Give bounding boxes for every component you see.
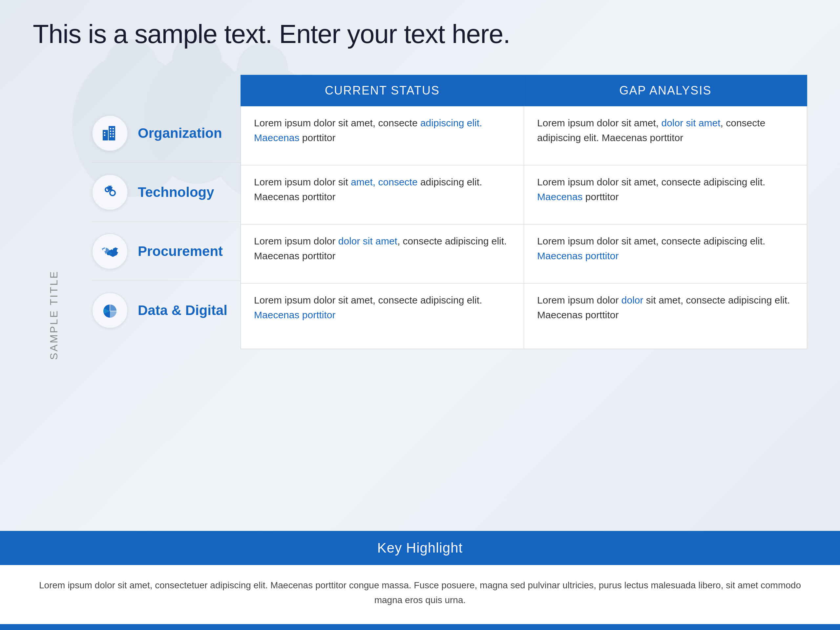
proc-col1-text: Lorem ipsum dolor dolor sit amet, consec… bbox=[254, 235, 507, 261]
technology-icon bbox=[100, 182, 120, 202]
svg-rect-9 bbox=[104, 134, 105, 136]
table-row: Lorem ipsum dolor dolor sit amet, consec… bbox=[241, 224, 807, 284]
org-col1-blue: adipiscing elit. Maecenas bbox=[254, 117, 482, 143]
data-digital-icon bbox=[100, 300, 120, 320]
tech-col2: Lorem ipsum dolor sit amet, consecte adi… bbox=[524, 165, 807, 224]
footer: Key Highlight Lorem ipsum dolor sit amet… bbox=[0, 531, 840, 630]
icon-circle-technology bbox=[92, 174, 128, 210]
proc-col2: Lorem ipsum dolor sit amet, consecte adi… bbox=[524, 224, 807, 284]
organization-icon bbox=[100, 123, 120, 143]
org-col2-text: Lorem ipsum dolor sit amet, dolor sit am… bbox=[537, 117, 765, 143]
table-row: Lorem ipsum dolor sit amet, consecte adi… bbox=[241, 106, 807, 165]
org-col1-text: Lorem ipsum dolor sit amet, consecte adi… bbox=[254, 117, 482, 143]
icon-circle-organization bbox=[92, 115, 128, 151]
svg-rect-7 bbox=[109, 126, 115, 141]
col2-header: GAP ANALYSIS bbox=[524, 75, 807, 106]
key-highlight-text: Lorem ipsum dolor sit amet, consectetuer… bbox=[0, 565, 840, 624]
data-col1-text: Lorem ipsum dolor sit amet, consecte adi… bbox=[254, 295, 482, 320]
row-label-technology: Technology bbox=[92, 163, 240, 222]
col1-header: CURRENT STATUS bbox=[241, 75, 524, 106]
org-col1: Lorem ipsum dolor sit amet, consecte adi… bbox=[241, 106, 524, 165]
proc-col2-blue: Maecenas porttitor bbox=[537, 250, 619, 261]
label-data-digital: Data & Digital bbox=[138, 303, 227, 318]
svg-rect-16 bbox=[110, 136, 111, 137]
svg-rect-10 bbox=[110, 128, 111, 129]
tech-col1-text: Lorem ipsum dolor sit amet, consecte adi… bbox=[254, 177, 482, 202]
tech-col1: Lorem ipsum dolor sit amet, consecte adi… bbox=[241, 165, 524, 224]
proc-col2-text: Lorem ipsum dolor sit amet, consecte adi… bbox=[537, 235, 765, 261]
svg-rect-8 bbox=[104, 132, 105, 133]
tech-col2-text: Lorem ipsum dolor sit amet, consecte adi… bbox=[537, 177, 765, 202]
proc-col1-blue: dolor sit amet bbox=[338, 235, 397, 246]
table-row: Lorem ipsum dolor sit amet, consecte adi… bbox=[241, 284, 807, 349]
proc-col1: Lorem ipsum dolor dolor sit amet, consec… bbox=[241, 224, 524, 284]
label-organization: Organization bbox=[138, 125, 222, 141]
data-col2: Lorem ipsum dolor dolor sit amet, consec… bbox=[524, 284, 807, 349]
bottom-bar bbox=[0, 624, 840, 630]
table-row: Lorem ipsum dolor sit amet, consecte adi… bbox=[241, 165, 807, 224]
main-table: CURRENT STATUS GAP ANALYSIS Lorem ipsum … bbox=[240, 75, 807, 349]
row-label-organization: Organization bbox=[92, 104, 240, 163]
svg-rect-12 bbox=[110, 131, 111, 132]
row-label-procurement: Procurement bbox=[92, 222, 240, 281]
svg-rect-17 bbox=[112, 136, 114, 137]
key-highlight-label: Key Highlight bbox=[377, 540, 463, 556]
svg-rect-14 bbox=[110, 133, 111, 134]
page-title: This is a sample text. Enter your text h… bbox=[33, 20, 807, 49]
data-col1: Lorem ipsum dolor sit amet, consecte adi… bbox=[241, 284, 524, 349]
data-col1-blue: Maecenas porttitor bbox=[254, 309, 335, 320]
org-col2-blue: dolor sit amet bbox=[662, 117, 720, 128]
procurement-icon bbox=[100, 242, 120, 261]
data-col2-blue: dolor bbox=[622, 295, 643, 305]
label-technology: Technology bbox=[138, 185, 214, 200]
highlight-body-text: Lorem ipsum dolor sit amet, consectetuer… bbox=[39, 580, 801, 605]
svg-rect-15 bbox=[112, 133, 114, 134]
data-col2-text: Lorem ipsum dolor dolor sit amet, consec… bbox=[537, 295, 790, 320]
icon-circle-data-digital bbox=[92, 292, 128, 328]
svg-rect-11 bbox=[112, 128, 114, 129]
table-container: Organization Technology bbox=[92, 75, 807, 349]
row-label-data-digital: Data & Digital bbox=[92, 281, 240, 340]
row-labels: Organization Technology bbox=[92, 75, 240, 349]
tech-col1-blue: amet, consecte bbox=[351, 177, 417, 187]
icon-circle-procurement bbox=[92, 233, 128, 269]
tech-col2-blue: Maecenas bbox=[537, 191, 583, 202]
svg-point-18 bbox=[108, 252, 112, 255]
main-content: This is a sample text. Enter your text h… bbox=[0, 0, 840, 538]
org-col2: Lorem ipsum dolor sit amet, dolor sit am… bbox=[524, 106, 807, 165]
svg-rect-13 bbox=[112, 131, 114, 132]
label-procurement: Procurement bbox=[138, 243, 223, 259]
